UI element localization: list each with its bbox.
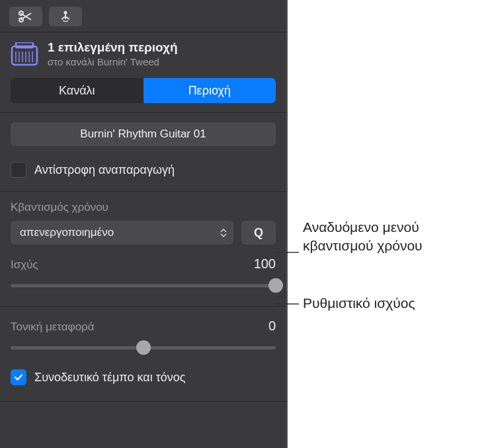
time-quantize-value: απενεργοποιημένο xyxy=(20,226,114,239)
reverse-playback-row: Αντίστροφη αναπαραγωγή xyxy=(0,155,286,191)
region-name-field[interactable]: Burnin' Rhythm Guitar 01 xyxy=(11,122,276,146)
quantize-q-button[interactable]: Q xyxy=(241,221,276,244)
top-toolbar xyxy=(0,0,286,32)
region-title: 1 επιλεγμένη περιοχή xyxy=(48,40,178,55)
callout-strength-slider: Ρυθμιστικό ισχύος xyxy=(303,294,415,313)
time-quantize-label: Κβαντισμός χρόνου xyxy=(11,201,276,214)
strength-slider-thumb[interactable] xyxy=(268,278,283,293)
strength-label: Ισχύς xyxy=(11,258,38,272)
tab-segmented-control: Κανάλι Περιοχή xyxy=(11,78,276,103)
divider xyxy=(0,401,286,402)
metronome-tool-button[interactable] xyxy=(49,7,82,26)
scissors-icon xyxy=(18,11,34,22)
follow-tempo-checkbox[interactable] xyxy=(11,369,26,385)
svg-point-2 xyxy=(64,11,67,15)
select-arrows-icon xyxy=(220,229,227,237)
strength-value: 100 xyxy=(254,256,276,272)
transpose-label: Τονική μεταφορά xyxy=(11,320,95,334)
scissors-tool-button[interactable] xyxy=(9,7,42,26)
inspector-panel: 1 επιλεγμένη περιοχή στο κανάλι Burnin' … xyxy=(0,0,288,448)
region-header: 1 επιλεγμένη περιοχή στο κανάλι Burnin' … xyxy=(0,32,286,74)
amp-icon xyxy=(11,42,38,66)
time-quantize-section: Κβαντισμός χρόνου απενεργοποιημένο Q Ισχ… xyxy=(0,192,286,306)
time-quantize-select[interactable]: απενεργοποιημένο xyxy=(11,221,233,244)
strength-slider[interactable] xyxy=(11,276,276,295)
region-subtitle: στο κανάλι Burnin' Tweed xyxy=(48,56,178,67)
svg-rect-7 xyxy=(16,42,33,48)
callout-quantize-menu: Αναδυόμενο μενού κβαντισμού χρόνου xyxy=(303,218,488,256)
transpose-value: 0 xyxy=(268,318,276,334)
transpose-slider-thumb[interactable] xyxy=(136,340,151,355)
follow-tempo-label: Συνοδευτικό τέμπο και τόνος xyxy=(34,371,185,385)
transpose-section: Τονική μεταφορά 0 Συνοδευτικό τέμπο και … xyxy=(0,307,286,401)
reverse-playback-checkbox[interactable] xyxy=(11,162,26,178)
divider xyxy=(0,112,286,113)
tab-channel[interactable]: Κανάλι xyxy=(11,78,144,103)
transpose-slider[interactable] xyxy=(11,338,276,357)
reverse-playback-label: Αντίστροφη αναπαραγωγή xyxy=(34,163,175,177)
metronome-icon xyxy=(59,10,72,23)
tab-region[interactable]: Περιοχή xyxy=(144,78,276,103)
